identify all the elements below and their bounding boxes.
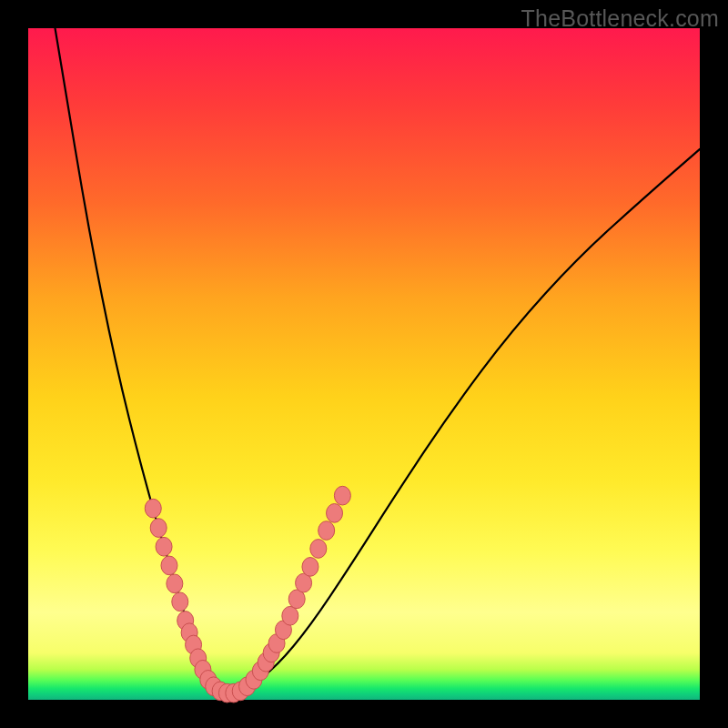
plot-area bbox=[28, 28, 700, 700]
watermark-text: TheBottleneck.com bbox=[521, 5, 719, 32]
data-marker bbox=[167, 574, 183, 593]
data-marker bbox=[310, 540, 327, 559]
data-marker bbox=[318, 521, 335, 541]
data-marker bbox=[150, 519, 167, 538]
data-marker bbox=[156, 537, 172, 556]
marker-layer bbox=[145, 486, 350, 703]
data-marker bbox=[302, 558, 318, 577]
data-marker bbox=[172, 592, 188, 612]
chart-frame: TheBottleneck.com bbox=[0, 0, 728, 728]
data-marker bbox=[161, 556, 177, 575]
data-marker bbox=[334, 486, 350, 505]
data-marker bbox=[145, 499, 161, 518]
data-marker bbox=[327, 503, 343, 522]
chart-svg bbox=[28, 28, 700, 700]
data-marker bbox=[282, 606, 298, 625]
bottleneck-curve bbox=[56, 28, 700, 692]
